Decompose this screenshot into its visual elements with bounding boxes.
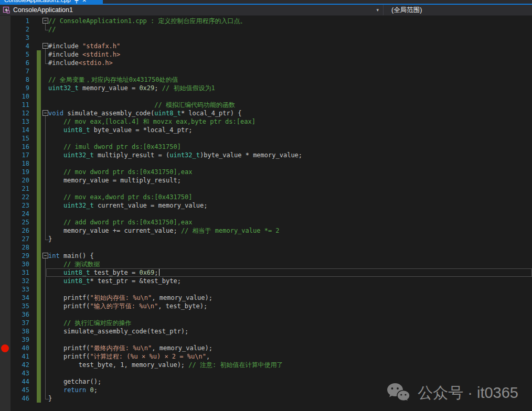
breakpoint-margin[interactable] bbox=[0, 361, 10, 369]
breakpoint-margin[interactable] bbox=[0, 84, 10, 92]
code-line[interactable]: 32 uint8_t* test_ptr = &test_byte; bbox=[0, 277, 532, 285]
breakpoint-margin[interactable] bbox=[0, 75, 10, 84]
code-line[interactable]: 40 printf("最终内存值: %u\n", memory_value); bbox=[0, 344, 532, 352]
breakpoint-margin[interactable] bbox=[0, 59, 10, 67]
project-dropdown[interactable]: ConsoleApplication1 ▾ bbox=[0, 5, 383, 15]
breakpoint-margin[interactable] bbox=[0, 226, 10, 235]
code-text[interactable] bbox=[48, 210, 532, 218]
code-line[interactable]: 16 // imul dword ptr ds:[0x431750] bbox=[0, 143, 532, 151]
code-line[interactable]: 4−#include "stdafx.h" bbox=[0, 42, 532, 50]
breakpoint-margin[interactable] bbox=[0, 377, 10, 386]
code-line[interactable]: 9uint32_t memory_value = 0x29; // 初始值假设为… bbox=[0, 84, 532, 92]
code-text[interactable]: // mov eax,dword ptr ds:[0x431750] bbox=[48, 193, 532, 201]
code-text[interactable]: // mov dword ptr ds:[0x431750],eax bbox=[48, 168, 532, 176]
close-icon[interactable]: ✕ bbox=[82, 0, 87, 3]
code-text[interactable] bbox=[48, 243, 532, 252]
scope-dropdown[interactable]: (全局范围) bbox=[384, 5, 532, 15]
code-line[interactable]: 41 printf("计算过程: (%u × %u) × 2 = %u\n", bbox=[0, 352, 532, 361]
breakpoint-margin[interactable] bbox=[0, 50, 10, 59]
breakpoint-margin[interactable] bbox=[0, 67, 10, 75]
code-text[interactable]: memory_value = multiply_result; bbox=[48, 176, 532, 185]
code-line[interactable]: 27} bbox=[0, 235, 532, 243]
breakpoint-margin[interactable] bbox=[0, 126, 10, 134]
code-line[interactable]: 22 // mov eax,dword ptr ds:[0x431750] bbox=[0, 193, 532, 201]
code-line[interactable]: 25 // add dword ptr ds:[0x431750],eax bbox=[0, 218, 532, 226]
code-line[interactable]: 19 // mov dword ptr ds:[0x431750],eax bbox=[0, 168, 532, 176]
code-text[interactable]: void simulate_assembly_code(uint8_t* loc… bbox=[48, 109, 532, 117]
code-text[interactable]: simulate_assembly_code(test_ptr); bbox=[48, 327, 532, 336]
code-line[interactable]: 42 test_byte, 1, memory_value); // 注意: 初… bbox=[0, 361, 532, 369]
code-text[interactable]: // bbox=[48, 25, 532, 34]
code-line[interactable]: 17 uint32_t multiply_result = (uint32_t)… bbox=[0, 151, 532, 159]
breakpoint-margin[interactable] bbox=[0, 218, 10, 226]
breakpoint-margin[interactable] bbox=[0, 285, 10, 294]
breakpoint-margin[interactable] bbox=[0, 25, 10, 34]
code-line[interactable]: 35 printf("输入的字节值: %u\n", test_byte); bbox=[0, 302, 532, 310]
code-text[interactable]: printf("输入的字节值: %u\n", test_byte); bbox=[48, 302, 532, 310]
code-line[interactable]: 28 bbox=[0, 243, 532, 252]
code-text[interactable]: // 模拟汇编代码功能的函数 bbox=[48, 101, 532, 109]
code-line[interactable]: 11 // 模拟汇编代码功能的函数 bbox=[0, 101, 532, 109]
code-line[interactable]: 12−void simulate_assembly_code(uint8_t* … bbox=[0, 109, 532, 117]
breakpoint-margin[interactable] bbox=[0, 168, 10, 176]
chevron-down-icon[interactable]: ▾ bbox=[376, 7, 383, 13]
breakpoint-margin[interactable] bbox=[0, 235, 10, 243]
code-text[interactable] bbox=[48, 92, 532, 101]
code-line[interactable]: 29−int main() { bbox=[0, 252, 532, 260]
breakpoint-icon[interactable] bbox=[1, 344, 9, 352]
fold-collapse-icon[interactable]: − bbox=[42, 43, 48, 49]
code-text[interactable]: uint8_t byte_value = *local_4_ptr; bbox=[48, 126, 532, 134]
breakpoint-margin[interactable] bbox=[0, 310, 10, 319]
code-text[interactable]: memory_value += current_value; // 相当于 me… bbox=[48, 226, 532, 235]
code-line[interactable]: 14 uint8_t byte_value = *local_4_ptr; bbox=[0, 126, 532, 134]
pin-icon[interactable] bbox=[75, 0, 79, 4]
code-text[interactable] bbox=[48, 34, 532, 42]
code-line[interactable]: 5#include <stdint.h> bbox=[0, 50, 532, 59]
code-line[interactable]: 2// bbox=[0, 25, 532, 34]
code-text[interactable]: uint32_t current_value = memory_value; bbox=[48, 201, 532, 210]
code-line[interactable]: 23 uint32_t current_value = memory_value… bbox=[0, 201, 532, 210]
breakpoint-margin[interactable] bbox=[0, 294, 10, 302]
code-text[interactable]: // 测试数据 bbox=[48, 260, 532, 268]
code-text[interactable]: #include<stdio.h> bbox=[48, 59, 532, 67]
code-line[interactable]: 24 bbox=[0, 210, 532, 218]
breakpoint-margin[interactable] bbox=[0, 109, 10, 117]
code-line[interactable]: 10 bbox=[0, 92, 532, 101]
tab-consoleapplication1-cpp[interactable]: ConsoleApplication1.cpp ✕ bbox=[0, 0, 103, 5]
breakpoint-margin[interactable] bbox=[0, 369, 10, 377]
fold-collapse-icon[interactable]: − bbox=[42, 110, 48, 116]
code-text[interactable]: printf("计算过程: (%u × %u) × 2 = %u\n", bbox=[48, 352, 532, 361]
code-text[interactable]: // imul dword ptr ds:[0x431750] bbox=[48, 143, 532, 151]
code-text[interactable]: uint8_t test_byte = 0x69; bbox=[48, 268, 532, 277]
code-line[interactable]: 13 // mov eax,[local.4] 和 movzx eax,byte… bbox=[0, 117, 532, 126]
breakpoint-margin[interactable] bbox=[0, 277, 10, 285]
code-text[interactable]: printf("最终内存值: %u\n", memory_value); bbox=[48, 344, 532, 352]
code-line[interactable]: 6#include<stdio.h> bbox=[0, 59, 532, 67]
code-text[interactable] bbox=[48, 336, 532, 344]
code-text[interactable]: // 全局变量，对应内存地址0x431750处的值 bbox=[48, 75, 532, 84]
breakpoint-margin[interactable] bbox=[0, 159, 10, 168]
code-text[interactable]: test_byte, 1, memory_value); // 注意: 初始值在… bbox=[48, 361, 532, 369]
breakpoint-margin[interactable] bbox=[0, 243, 10, 252]
code-text[interactable]: #include <stdint.h> bbox=[48, 50, 532, 59]
code-line[interactable]: 15 bbox=[0, 134, 532, 143]
breakpoint-margin[interactable] bbox=[0, 319, 10, 327]
code-text[interactable]: uint32_t memory_value = 0x29; // 初始值假设为1 bbox=[48, 84, 532, 92]
code-text[interactable] bbox=[48, 134, 532, 143]
code-text[interactable] bbox=[48, 310, 532, 319]
code-line[interactable]: 21 bbox=[0, 185, 532, 193]
code-line[interactable]: 20 memory_value = multiply_result; bbox=[0, 176, 532, 185]
breakpoint-margin[interactable] bbox=[0, 151, 10, 159]
breakpoint-margin[interactable] bbox=[0, 143, 10, 151]
code-text[interactable] bbox=[48, 285, 532, 294]
code-text[interactable] bbox=[48, 369, 532, 377]
fold-collapse-icon[interactable]: − bbox=[42, 18, 48, 24]
code-text[interactable]: // 执行汇编对应的操作 bbox=[48, 319, 532, 327]
breakpoint-margin[interactable] bbox=[0, 252, 10, 260]
code-text[interactable]: #include "stdafx.h" bbox=[48, 42, 532, 50]
code-line[interactable]: 26 memory_value += current_value; // 相当于… bbox=[0, 226, 532, 235]
breakpoint-margin[interactable] bbox=[0, 344, 10, 352]
breakpoint-margin[interactable] bbox=[0, 134, 10, 143]
code-line[interactable]: 36 bbox=[0, 310, 532, 319]
code-text[interactable]: uint32_t multiply_result = (uint32_t)byt… bbox=[48, 151, 532, 159]
